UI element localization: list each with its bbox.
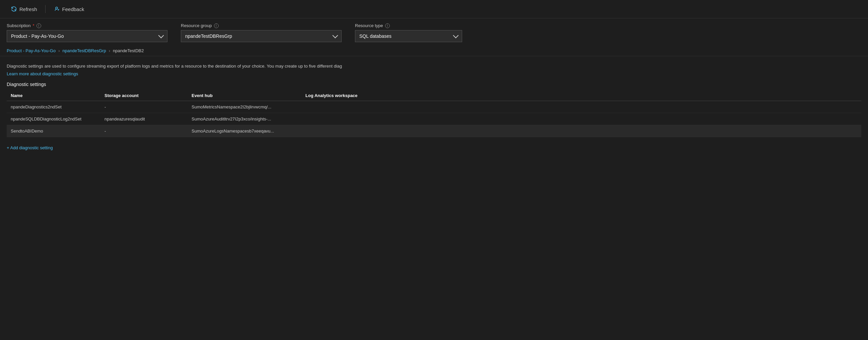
col-header-name: Name [7, 90, 100, 101]
resource-type-value: SQL databases [359, 33, 392, 39]
row-log-analytics [301, 101, 861, 113]
table-row[interactable]: SendtoABIDemo-SumoAzureLogsNamespacesb7x… [7, 125, 861, 137]
description-text: Diagnostic settings are used to configur… [7, 63, 408, 70]
feedback-icon [54, 6, 60, 12]
filters-section: Subscription * i Product - Pay-As-You-Go… [0, 19, 868, 45]
row-log-analytics [301, 125, 861, 137]
resource-type-chevron-icon [453, 33, 459, 38]
resource-group-value: npandeTestDBResGrp [185, 33, 232, 39]
row-eventhub: SumoMetricsNamespace2I2bjlirvwcmq/... [188, 101, 301, 113]
table-header-row: Name Storage account Event hub Log Analy… [7, 90, 861, 101]
col-header-log-analytics: Log Analytics workspace [301, 90, 861, 101]
row-eventhub: SumoAzureAuditltrv27I2p3xco/insights-... [188, 113, 301, 125]
breadcrumb-separator-2: › [109, 48, 110, 53]
row-storage: npandeazuresqlaudit [100, 113, 188, 125]
resource-group-label: Resource group i [181, 23, 342, 28]
breadcrumb-separator-1: › [58, 48, 60, 53]
toolbar: Refresh Feedback [0, 0, 868, 19]
feedback-button[interactable]: Feedback [50, 4, 88, 14]
resource-type-label: Resource type i [355, 23, 462, 28]
col-header-eventhub: Event hub [188, 90, 301, 101]
table-row[interactable]: npandeSQLDBDiagnosticLog2ndSetnpandeazur… [7, 113, 861, 125]
breadcrumb-resource-group-link[interactable]: npandeTestDBResGrp [63, 48, 106, 53]
main-content: Diagnostic settings are used to configur… [0, 56, 868, 157]
subscription-info-icon[interactable]: i [36, 24, 41, 28]
breadcrumb-resource-name: npandeTestDB2 [113, 48, 144, 53]
row-storage: - [100, 101, 188, 113]
subscription-chevron-icon [158, 33, 164, 38]
subscription-select[interactable]: Product - Pay-As-You-Go [7, 30, 167, 42]
row-name: npandeSQLDBDiagnosticLog2ndSet [7, 113, 100, 125]
refresh-button[interactable]: Refresh [7, 4, 41, 14]
subscription-value: Product - Pay-As-You-Go [11, 33, 64, 39]
row-eventhub: SumoAzureLogsNamespacesb7xeeqavu... [188, 125, 301, 137]
subscription-filter-group: Subscription * i Product - Pay-As-You-Go [7, 23, 167, 42]
resource-group-filter-group: Resource group i npandeTestDBResGrp [181, 23, 342, 42]
breadcrumb: Product - Pay-As-You-Go › npandeTestDBRe… [0, 45, 868, 56]
row-name: SendtoABIDemo [7, 125, 100, 137]
breadcrumb-subscription-link[interactable]: Product - Pay-As-You-Go [7, 48, 56, 53]
toolbar-separator [45, 5, 45, 13]
feedback-label: Feedback [62, 6, 84, 12]
svg-point-0 [56, 7, 58, 9]
row-name: npandeDiagnostics2ndSet [7, 101, 100, 113]
resource-group-chevron-icon [333, 33, 338, 38]
table-row[interactable]: npandeDiagnostics2ndSet-SumoMetricsNames… [7, 101, 861, 113]
resource-type-info-icon[interactable]: i [385, 24, 390, 28]
resource-group-select[interactable]: npandeTestDBResGrp [181, 30, 342, 42]
resource-group-info-icon[interactable]: i [214, 24, 219, 28]
refresh-icon [11, 6, 17, 12]
learn-more-link[interactable]: Learn more about diagnostic settings [7, 71, 78, 76]
add-diagnostic-setting-link[interactable]: + Add diagnostic setting [7, 145, 53, 150]
resource-type-select[interactable]: SQL databases [355, 30, 462, 42]
required-star: * [33, 23, 34, 28]
row-log-analytics [301, 113, 861, 125]
subscription-label: Subscription * i [7, 23, 167, 28]
row-storage: - [100, 125, 188, 137]
refresh-label: Refresh [20, 6, 37, 12]
col-header-storage: Storage account [100, 90, 188, 101]
diagnostic-settings-table: Name Storage account Event hub Log Analy… [7, 90, 861, 137]
resource-type-filter-group: Resource type i SQL databases [355, 23, 462, 42]
section-title: Diagnostic settings [7, 82, 861, 87]
